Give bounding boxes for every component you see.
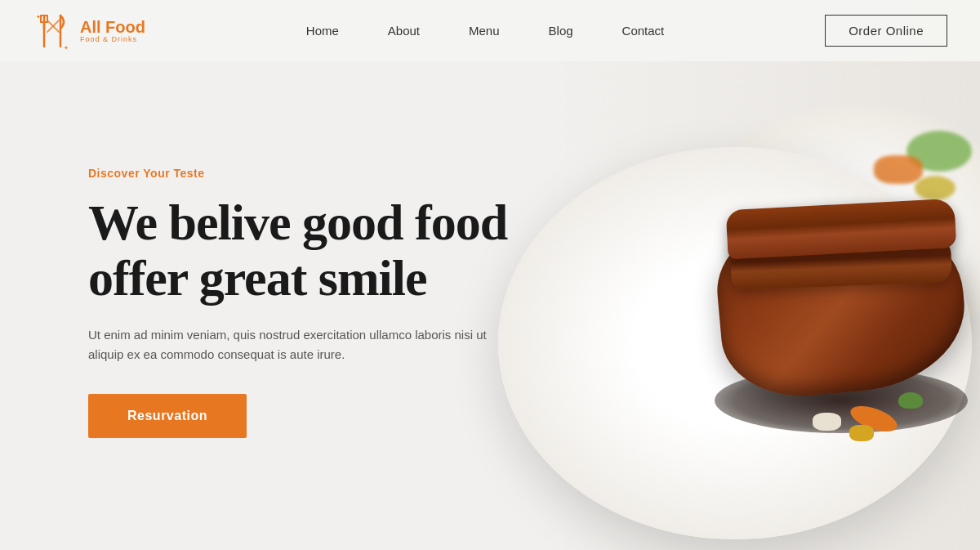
veg-white — [813, 413, 841, 431]
navbar: ✦ ✦ All Food Food & Drinks Home About Me… — [0, 0, 980, 61]
headline-line-1: We belive good food — [88, 195, 507, 250]
brand-name: All Food — [80, 18, 145, 36]
veg-green — [898, 392, 923, 409]
nav-item-contact[interactable]: Contact — [622, 24, 665, 38]
reservation-button[interactable]: Resurvation — [88, 394, 247, 438]
veg-yellow — [849, 425, 874, 441]
nav-link-about[interactable]: About — [388, 24, 420, 38]
nav-item-menu[interactable]: Menu — [469, 24, 500, 38]
nav-link-contact[interactable]: Contact — [622, 24, 665, 38]
order-online-button[interactable]: Order Online — [825, 15, 947, 47]
nav-link-menu[interactable]: Menu — [469, 24, 500, 38]
hero-section: Discover Your Teste We belive good food … — [0, 0, 980, 550]
hero-description: Ut enim ad minim veniam, quis nostrud ex… — [88, 325, 488, 364]
veg-decor-2 — [874, 155, 923, 184]
svg-text:✦: ✦ — [36, 14, 41, 20]
hero-content: Discover Your Teste We belive good food … — [88, 167, 507, 438]
nav-link-home[interactable]: Home — [306, 24, 339, 38]
logo-text: All Food Food & Drinks — [80, 18, 145, 44]
veg-decor-3 — [915, 176, 956, 200]
svg-text:✦: ✦ — [64, 45, 69, 51]
logo-icon: ✦ ✦ — [33, 8, 74, 53]
nav-item-home[interactable]: Home — [306, 24, 339, 38]
nav-links: Home About Menu Blog Contact — [306, 24, 664, 38]
hero-tagline: Discover Your Teste — [88, 167, 507, 180]
nav-link-blog[interactable]: Blog — [549, 24, 573, 38]
brand-sub: Food & Drinks — [80, 36, 145, 44]
headline-line-2: offer great smile — [88, 250, 427, 306]
food-visual — [449, 49, 980, 550]
nav-item-blog[interactable]: Blog — [549, 24, 573, 38]
nav-item-about[interactable]: About — [388, 24, 420, 38]
logo[interactable]: ✦ ✦ All Food Food & Drinks — [33, 8, 145, 53]
hero-headline: We belive good food offer great smile — [88, 195, 507, 306]
